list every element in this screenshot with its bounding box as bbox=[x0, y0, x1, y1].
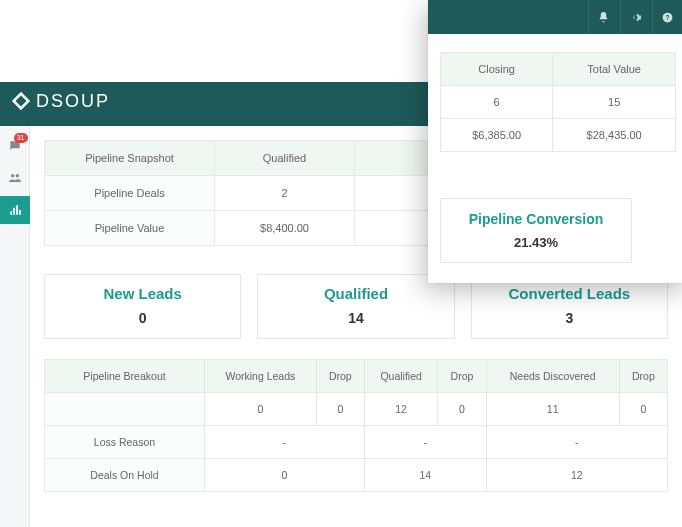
card-converted-leads: Converted Leads 3 bbox=[471, 274, 668, 339]
card-title: Pipeline Conversion bbox=[453, 211, 619, 227]
cell: 0 bbox=[619, 393, 667, 426]
cell: 2 bbox=[215, 176, 355, 211]
cell: 0 bbox=[205, 393, 317, 426]
cell: 15 bbox=[553, 86, 676, 119]
cell: 0 bbox=[205, 459, 365, 492]
help-icon: ? bbox=[661, 11, 674, 24]
svg-text:?: ? bbox=[666, 13, 670, 20]
col-header: Working Leads bbox=[205, 360, 317, 393]
card-title: New Leads bbox=[53, 285, 232, 302]
col-header: Qualified bbox=[215, 141, 355, 176]
col-header: Drop bbox=[438, 360, 486, 393]
card-title: Qualified bbox=[266, 285, 445, 302]
pipeline-conversion-card: Pipeline Conversion 21.43% bbox=[440, 198, 632, 263]
col-header: Drop bbox=[619, 360, 667, 393]
card-new-leads: New Leads 0 bbox=[44, 274, 241, 339]
cell: - bbox=[486, 426, 667, 459]
cell: $8,400.00 bbox=[215, 211, 355, 246]
card-title: Converted Leads bbox=[480, 285, 659, 302]
card-value: 3 bbox=[480, 310, 659, 326]
col-header: Total Value bbox=[553, 53, 676, 86]
row-label: Pipeline Deals bbox=[45, 176, 215, 211]
cell: $6,385.00 bbox=[441, 119, 553, 152]
people-icon bbox=[8, 171, 22, 185]
cell: - bbox=[205, 426, 365, 459]
card-value: 14 bbox=[266, 310, 445, 326]
gear-icon bbox=[629, 11, 642, 24]
col-header: Qualified bbox=[364, 360, 437, 393]
cell: 0 bbox=[438, 393, 486, 426]
sidebar-item-people[interactable] bbox=[0, 164, 30, 192]
cell: 6 bbox=[441, 86, 553, 119]
notifications-button[interactable] bbox=[588, 0, 618, 34]
row-label bbox=[45, 393, 205, 426]
col-header: Closing bbox=[441, 53, 553, 86]
col-header: Pipeline Breakout bbox=[45, 360, 205, 393]
card-value: 0 bbox=[53, 310, 232, 326]
row-label: Deals On Hold bbox=[45, 459, 205, 492]
summary-cards: New Leads 0 Qualified 14 Converted Leads… bbox=[44, 274, 668, 339]
cell: - bbox=[364, 426, 486, 459]
sidebar-badge: 31 bbox=[14, 133, 28, 143]
col-header: Pipeline Snapshot bbox=[45, 141, 215, 176]
sidebar-item-chat[interactable]: 31 bbox=[0, 132, 30, 160]
row-label: Loss Reason bbox=[45, 426, 205, 459]
brand-name: DSOUP bbox=[36, 91, 110, 112]
brand-logo: DSOUP bbox=[10, 90, 110, 112]
cell: 14 bbox=[364, 459, 486, 492]
help-button[interactable]: ? bbox=[652, 0, 682, 34]
card-qualified: Qualified 14 bbox=[257, 274, 454, 339]
overlay-body: Closing Total Value 6 15 $6,385.00 $28,4… bbox=[428, 34, 682, 283]
table-row: Deals On Hold 0 14 12 bbox=[45, 459, 668, 492]
bar-chart-icon bbox=[8, 203, 22, 217]
cell: 0 bbox=[316, 393, 364, 426]
sidebar-item-analytics[interactable] bbox=[0, 196, 30, 224]
overlay-panel: ? Closing Total Value 6 15 $6,385.00 $28… bbox=[428, 0, 682, 283]
card-value: 21.43% bbox=[453, 235, 619, 250]
settings-button[interactable] bbox=[620, 0, 650, 34]
brand-logo-icon bbox=[10, 90, 32, 112]
col-header: Drop bbox=[316, 360, 364, 393]
table-row: $6,385.00 $28,435.00 bbox=[441, 119, 676, 152]
pipeline-breakout-table: Pipeline Breakout Working Leads Drop Qua… bbox=[44, 359, 668, 492]
table-row: 0 0 12 0 11 0 bbox=[45, 393, 668, 426]
col-header: Needs Discovered bbox=[486, 360, 619, 393]
cell: 12 bbox=[486, 459, 667, 492]
table-row: Loss Reason - - - bbox=[45, 426, 668, 459]
overlay-table: Closing Total Value 6 15 $6,385.00 $28,4… bbox=[440, 52, 676, 152]
sidebar: 31 bbox=[0, 126, 30, 527]
cell: 12 bbox=[364, 393, 437, 426]
table-row: 6 15 bbox=[441, 86, 676, 119]
bell-icon bbox=[597, 11, 610, 24]
cell: $28,435.00 bbox=[553, 119, 676, 152]
row-label: Pipeline Value bbox=[45, 211, 215, 246]
cell: 11 bbox=[486, 393, 619, 426]
overlay-topbar: ? bbox=[428, 0, 682, 34]
